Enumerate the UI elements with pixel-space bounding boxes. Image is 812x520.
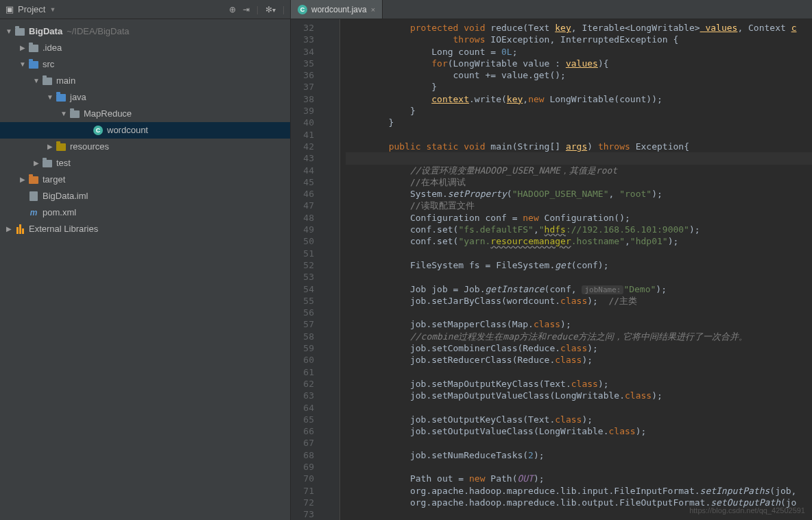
project-sidebar: ▣ Project ▼ ⊕ ⇥ | ✻▾ | ▼ BigData ~/IDEA/… — [0, 0, 291, 520]
tree-item-idea[interactable]: ▶ .idea — [0, 40, 290, 56]
tree-item-mapreduce[interactable]: ▼ MapReduce — [0, 106, 290, 122]
root-name: BigData — [29, 24, 62, 39]
project-icon: ▣ — [5, 4, 14, 14]
tree-item-iml[interactable]: BigData.iml — [0, 188, 290, 204]
tree-item-main[interactable]: ▼ main — [0, 73, 290, 89]
tree-item-wordcount[interactable]: C wordcount — [0, 122, 290, 139]
gear-icon[interactable]: ✻▾ — [265, 5, 276, 14]
tab-wordcount[interactable]: C wordcount.java × — [291, 0, 383, 19]
tree-item-java[interactable]: ▼ java — [0, 89, 290, 106]
project-title: Project — [18, 4, 45, 14]
code-content[interactable]: protected void reduce(Text key, Iterable… — [340, 19, 812, 520]
tree-item-external[interactable]: ▶ External Libraries — [0, 221, 290, 237]
tree-item-src[interactable]: ▼ src — [0, 56, 290, 73]
code-editor[interactable]: 3233343536373839404142434445464748495051… — [291, 19, 812, 520]
divider: | — [256, 5, 259, 14]
project-header: ▣ Project ▼ ⊕ ⇥ | ✻▾ | — [0, 0, 290, 19]
project-tree: ▼ BigData ~/IDEA/BigData ▶ .idea ▼ src ▼… — [0, 19, 290, 241]
collapse-icon[interactable]: ⇥ — [243, 5, 250, 14]
locate-icon[interactable]: ⊕ — [229, 5, 236, 14]
tree-item-resources[interactable]: ▶ resources — [0, 139, 290, 155]
close-icon[interactable]: × — [371, 5, 375, 14]
watermark: https://blog.csdn.net/qq_42502591 — [689, 506, 805, 515]
root-path: ~/IDEA/BigData — [67, 24, 129, 39]
tab-label: wordcount.java — [311, 5, 367, 14]
tree-root[interactable]: ▼ BigData ~/IDEA/BigData — [0, 23, 290, 40]
tree-item-target[interactable]: ▶ target — [0, 172, 290, 188]
dropdown-icon[interactable]: ▼ — [49, 6, 56, 13]
divider: | — [283, 5, 285, 14]
tab-bar: C wordcount.java × — [291, 0, 812, 19]
tree-item-pom[interactable]: m pom.xml — [0, 204, 290, 221]
gutter: 3233343536373839404142434445464748495051… — [291, 19, 324, 520]
editor-pane: C wordcount.java × 323334353637383940414… — [291, 0, 812, 520]
tree-item-test[interactable]: ▶ test — [0, 155, 290, 172]
gutter-icons — [324, 19, 340, 520]
